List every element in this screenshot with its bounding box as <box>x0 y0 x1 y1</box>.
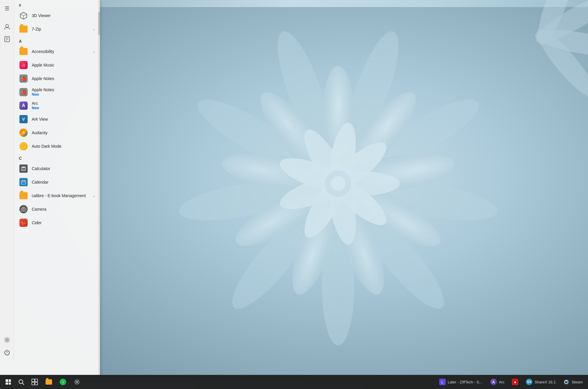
svg-rect-64 <box>35 379 38 382</box>
badge-new-apple-notes: New <box>32 92 54 97</box>
app-item-apple-notes[interactable]: 🍎 Apple Notes <box>16 72 98 85</box>
app-name-apple-music: Apple Music <box>32 63 54 68</box>
app-name-accessibility: Accessibility <box>32 49 54 54</box>
app-item-camera[interactable]: Camera <box>16 202 98 216</box>
svg-point-48 <box>22 170 23 170</box>
app-item-ark-view[interactable]: V Ark View <box>16 112 98 126</box>
hamburger-menu-icon[interactable]: ☰ <box>2 3 12 14</box>
steam-label: Steam <box>572 380 583 384</box>
app-item-calibre[interactable]: calibre - E-book Management ⌄ <box>16 189 98 202</box>
app-name-7zip: 7-Zip <box>32 27 41 32</box>
taskview-button[interactable] <box>28 376 41 388</box>
app-name-calibre: calibre - E-book Management <box>32 193 86 198</box>
file-explorer-icon <box>45 378 52 385</box>
app-item-cider[interactable]: 🍎 Cider <box>16 216 98 230</box>
svg-rect-51 <box>21 181 26 184</box>
app-name-apple-notes-new: Apple Notes New <box>32 87 54 97</box>
sidebar-settings-icon[interactable] <box>2 335 12 345</box>
badge-new-arc: New <box>32 106 39 110</box>
app-name-3d-viewer: 3D Viewer <box>32 13 51 18</box>
steam-button[interactable]: Steam <box>560 376 586 388</box>
later-zifftech-icon: L <box>439 378 446 385</box>
chevron-icon-accessibility: ⌄ <box>92 49 95 54</box>
svg-rect-55 <box>21 208 26 211</box>
app-name-audacity: Audacity <box>32 130 48 135</box>
settings-taskbar-icon <box>74 378 81 385</box>
app-icon-calendar <box>19 177 28 187</box>
document-icon[interactable] <box>2 34 12 44</box>
app-icon-apple-notes-new: 🍎 <box>19 87 28 97</box>
svg-rect-44 <box>22 167 25 168</box>
svg-point-47 <box>24 169 25 169</box>
taskview-icon <box>31 378 38 385</box>
svg-point-34 <box>6 24 9 27</box>
svg-point-50 <box>24 170 25 170</box>
spotify-icon: ♫ <box>59 378 66 385</box>
app-item-calculator[interactable]: Calculator <box>16 162 98 175</box>
app-item-audacity[interactable]: A Audacity <box>16 126 98 139</box>
svg-point-14 <box>322 228 354 345</box>
later-zifftech-button[interactable]: L Later - ZiffTech - Sl... <box>436 376 486 388</box>
app-icon-3d-viewer <box>19 11 28 20</box>
arc-taskbar-icon: A <box>490 378 497 385</box>
app-name-apple-notes: Apple Notes <box>32 76 54 81</box>
app-name-calculator: Calculator <box>32 166 50 171</box>
svg-point-56 <box>23 209 24 211</box>
app-list: # 3D Viewer 7-Zip ⌄ A <box>14 0 100 375</box>
start-menu: ☰ # 3D Viewer <box>0 0 100 375</box>
section-header-a: A <box>16 36 98 45</box>
app-item-accessibility[interactable]: Accessibility ⌄ <box>16 45 98 58</box>
app-icon-auto-dark-mode: 🌙 <box>19 142 28 151</box>
arc-taskbar-button[interactable]: A Arc <box>487 376 508 388</box>
sharex-icon: SX <box>526 378 533 385</box>
app-item-3d-viewer[interactable]: 3D Viewer <box>16 9 98 22</box>
app-item-calendar[interactable]: Calendar <box>16 175 98 189</box>
scrollbar[interactable] <box>98 0 100 375</box>
user-profile-icon[interactable] <box>2 21 12 32</box>
chevron-icon-7zip: ⌄ <box>92 27 95 31</box>
file-explorer-button[interactable] <box>42 376 55 388</box>
svg-rect-65 <box>32 382 34 385</box>
steam-icon <box>563 378 570 385</box>
svg-rect-66 <box>35 382 38 385</box>
svg-marker-41 <box>20 12 27 16</box>
red-app-button[interactable]: ● <box>509 376 522 388</box>
sharex-button[interactable]: SX ShareX 16.1 <box>523 376 559 388</box>
section-header-c: C <box>16 153 98 162</box>
start-button[interactable] <box>2 376 14 388</box>
svg-point-45 <box>22 169 23 169</box>
app-name-calendar: Calendar <box>32 180 49 185</box>
app-icon-apple-notes: 🍎 <box>19 74 28 83</box>
svg-rect-60 <box>9 383 11 385</box>
svg-point-49 <box>23 170 24 170</box>
app-item-arc[interactable]: A Arc New <box>16 99 98 112</box>
power-icon[interactable] <box>2 347 12 358</box>
arc-taskbar-label: Arc <box>499 380 505 384</box>
search-button[interactable] <box>15 376 27 388</box>
section-header-hash: # <box>16 0 98 9</box>
taskbar: ♫ L Later - ZiffTech - Sl... A Arc <box>0 375 588 389</box>
settings-taskbar-button[interactable] <box>71 376 83 388</box>
red-app-icon: ● <box>512 378 519 385</box>
svg-rect-63 <box>32 379 34 382</box>
sharex-label: ShareX 16.1 <box>534 380 556 384</box>
app-icon-calculator <box>19 164 28 173</box>
app-item-7zip[interactable]: 7-Zip ⌄ <box>16 22 98 36</box>
chevron-icon-calibre: ⌄ <box>92 194 95 198</box>
app-icon-ark-view: V <box>19 114 28 124</box>
left-sidebar: ☰ <box>0 0 14 361</box>
app-icon-7zip <box>19 24 28 34</box>
svg-rect-59 <box>6 383 8 385</box>
app-item-auto-dark-mode[interactable]: 🌙 Auto Dark Mode <box>16 139 98 153</box>
app-icon-arc: A <box>19 101 28 110</box>
spotify-button[interactable]: ♫ <box>56 376 69 388</box>
svg-line-62 <box>22 383 24 385</box>
app-item-apple-music[interactable]: ♫ Apple Music <box>16 58 98 72</box>
svg-point-70 <box>566 380 567 382</box>
app-name-cider: Cider <box>32 220 41 225</box>
app-icon-camera <box>19 205 28 214</box>
app-icon-accessibility <box>19 47 28 56</box>
app-item-apple-notes-new[interactable]: 🍎 Apple Notes New <box>16 85 98 99</box>
svg-point-46 <box>23 169 24 169</box>
app-icon-audacity: A <box>19 128 28 137</box>
